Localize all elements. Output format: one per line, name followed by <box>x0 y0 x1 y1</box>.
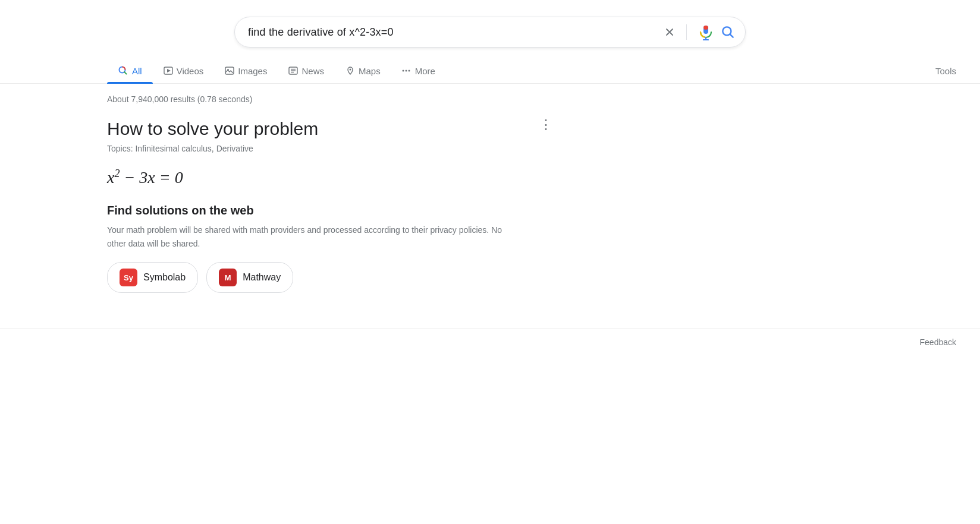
clear-search-button[interactable] <box>664 26 676 38</box>
svg-marker-7 <box>167 69 171 72</box>
voice-search-button[interactable] <box>698 24 714 40</box>
tab-more-label: More <box>415 66 435 76</box>
search-bar-wrapper: find the derivative of x^2-3x=0 <box>0 0 980 58</box>
search-bar[interactable]: find the derivative of x^2-3x=0 <box>234 17 746 48</box>
tab-all-label: All <box>132 66 142 76</box>
solutions-heading: Find solutions on the web <box>107 204 517 217</box>
mathway-logo: M <box>219 269 237 286</box>
card-title: How to solve your problem <box>107 117 517 140</box>
svg-point-15 <box>402 70 404 72</box>
maps-tab-icon <box>345 66 355 75</box>
topics-label: Topics: <box>107 144 133 153</box>
search-button[interactable] <box>720 24 736 40</box>
all-tab-icon <box>118 65 128 76</box>
svg-point-16 <box>405 70 407 72</box>
search-query-text: find the derivative of x^2-3x=0 <box>248 27 664 37</box>
images-tab-icon <box>225 66 234 75</box>
search-bar-divider <box>686 24 687 40</box>
videos-tab-icon <box>164 66 173 75</box>
news-tab-icon <box>288 66 298 75</box>
card-options-button[interactable]: ⋮ <box>539 117 553 132</box>
search-bar-actions <box>664 24 736 40</box>
symbolab-label: Symbolab <box>143 272 186 283</box>
svg-point-17 <box>408 70 410 72</box>
solution-providers: Sy Symbolab M Mathway <box>107 262 517 293</box>
results-count: About 7,940,000 results (0.78 seconds) <box>107 94 517 104</box>
tab-videos-label: Videos <box>177 66 204 76</box>
symbolab-button[interactable]: Sy Symbolab <box>107 262 198 293</box>
tools-button[interactable]: Tools <box>935 66 980 76</box>
feedback-bar: Feedback <box>0 329 980 355</box>
mathway-label: Mathway <box>243 272 281 283</box>
feedback-button[interactable]: Feedback <box>920 337 956 347</box>
symbolab-logo: Sy <box>120 269 137 286</box>
card-topics: Topics: Infinitesimal calculus, Derivati… <box>107 144 517 153</box>
solutions-disclaimer: Your math problem will be shared with ma… <box>107 223 517 250</box>
formula-display: x2 − 3x = 0 <box>107 168 183 187</box>
more-tab-icon <box>402 66 412 75</box>
svg-rect-1 <box>703 26 708 30</box>
svg-point-14 <box>349 69 351 71</box>
tab-news-label: News <box>301 66 324 76</box>
math-solver-card: ⋮ How to solve your problem Topics: Infi… <box>107 117 517 293</box>
search-nav: All Videos Images <box>0 58 980 84</box>
tab-videos[interactable]: Videos <box>153 59 215 83</box>
tab-news[interactable]: News <box>278 59 335 83</box>
math-formula: x2 − 3x = 0 <box>107 168 517 187</box>
tab-all[interactable]: All <box>107 58 153 83</box>
tab-maps[interactable]: Maps <box>335 59 391 83</box>
tab-more[interactable]: More <box>391 59 446 83</box>
tab-maps-label: Maps <box>359 66 381 76</box>
tab-images-label: Images <box>238 66 267 76</box>
search-results: About 7,940,000 results (0.78 seconds) ⋮… <box>0 84 517 293</box>
topics-values: Infinitesimal calculus, Derivative <box>135 144 253 153</box>
mathway-button[interactable]: M Mathway <box>206 262 293 293</box>
tab-images[interactable]: Images <box>214 59 278 83</box>
